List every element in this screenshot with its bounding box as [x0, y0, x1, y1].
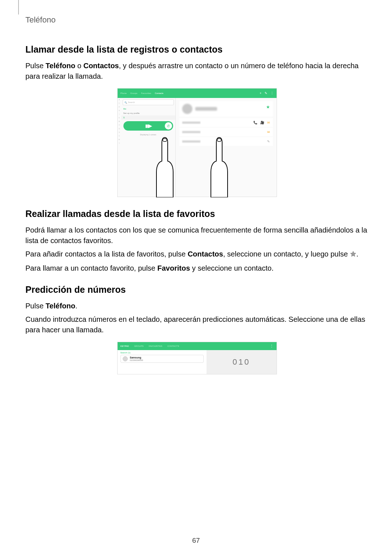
az-letter[interactable]: I: [119, 113, 119, 115]
more-icon[interactable]: ⋮: [270, 91, 274, 95]
para-pred-1: Pulse Teléfono.: [25, 301, 368, 311]
fig1-me-label: Me: [121, 107, 175, 111]
fig1-topbar: Phone Groups Favourites Contacts + ✎ ⋮: [118, 89, 277, 98]
fig2-topbar: KEYPAD GROUPS FAVOURITES CONTACTS ⋮: [118, 342, 277, 350]
text-fragment: .: [75, 302, 77, 310]
fig1-mobile-label: [182, 122, 200, 124]
bold-telefono-2: Teléfono: [46, 302, 75, 310]
fig1-displaying-count: Displaying 1 contact: [121, 132, 175, 137]
swipe-arrow-icon: ▮▮▶: [145, 123, 151, 128]
para-fav-3: Para llamar a un contacto favorito, puls…: [25, 263, 368, 274]
az-letter[interactable]: U: [119, 135, 120, 137]
text-fragment: , seleccione un contacto, y luego pulse: [223, 250, 350, 258]
fig2-tab-keypad[interactable]: KEYPAD: [121, 345, 129, 347]
az-letter[interactable]: M: [119, 120, 120, 122]
fig2-tab-groups[interactable]: GROUPS: [134, 345, 143, 347]
header-section-label: Teléfono: [25, 15, 56, 25]
fig1-tab-phone[interactable]: Phone: [121, 92, 127, 94]
az-letter[interactable]: W: [119, 139, 120, 140]
star-outline-icon: [350, 250, 356, 260]
text-fragment: Para añadir contactos a la lista de favo…: [25, 250, 188, 258]
text-fragment: Para llamar a un contacto favorito, puls…: [25, 264, 158, 272]
fig1-contact-card: [179, 101, 273, 117]
fig1-tabs: Phone Groups Favourites Contacts: [121, 92, 164, 94]
fig1-email-label: [182, 131, 200, 133]
fig1-email-actions: ✉: [267, 130, 270, 134]
bold-contactos: Contactos: [83, 62, 119, 70]
az-letter[interactable]: G: [119, 110, 120, 111]
fig1-contact-detail: ★ 📞 🎥 ✉ ✉: [176, 98, 277, 197]
fig2-result-name: Samsung: [130, 356, 143, 359]
plus-icon[interactable]: +: [260, 91, 261, 95]
text-fragment: Pulse: [25, 302, 46, 310]
az-letter[interactable]: E: [119, 106, 120, 108]
fig1-body: A C E G I K M O Q S U W Y 🔍: [118, 98, 277, 197]
edit-icon[interactable]: ✎: [267, 140, 270, 143]
para-pred-2: Cuando introduzca números en el teclado,…: [25, 314, 368, 335]
fig1-letter-header: S: [121, 115, 175, 120]
az-letter[interactable]: Y: [119, 142, 120, 144]
fig2-prediction-result[interactable]: Samsung 01000000000: [121, 355, 204, 363]
fig2-tab-favourites[interactable]: FAVOURITES: [148, 345, 162, 347]
para-call-from-logs: Pulse Teléfono o Contactos, y después ar…: [25, 61, 368, 82]
text-fragment: Pulse: [25, 62, 46, 70]
fig1-mobile-actions: 📞 🎥 ✉: [253, 121, 270, 124]
fig1-connected-actions: ✎: [267, 140, 270, 143]
header-divider: [18, 0, 19, 15]
fig1-row-mobile: 📞 🎥 ✉: [179, 118, 273, 127]
avatar: [123, 356, 128, 361]
video-call-icon[interactable]: 🎥: [260, 121, 264, 124]
fig1-connected-label: [182, 140, 200, 143]
call-knob-icon: ✆: [165, 122, 172, 130]
fig2-results-pane: Search (1) Samsung 01000000000: [118, 350, 207, 374]
search-icon: 🔍: [124, 101, 127, 104]
az-letter[interactable]: S: [119, 131, 120, 133]
az-letter[interactable]: Q: [119, 128, 120, 130]
fig1-row-email: ✉: [179, 128, 273, 136]
page-content: Llamar desde la lista de registros o con…: [25, 40, 368, 386]
para-fav-2: Para añadir contactos a la lista de favo…: [25, 249, 368, 260]
fig1-setup-profile[interactable]: Set up my profile: [121, 111, 175, 115]
fig2-search-count: Search (1): [121, 352, 204, 354]
call-icon[interactable]: 📞: [253, 121, 257, 124]
figure-contacts-swipe: Phone Groups Favourites Contacts + ✎ ⋮ A…: [117, 88, 277, 197]
fig1-row-connected: ✎: [179, 137, 273, 146]
fig1-contact-name: [195, 107, 217, 111]
para-fav-1: Podrá llamar a los contactos con los que…: [25, 225, 368, 246]
bold-contactos-2: Contactos: [188, 250, 223, 258]
az-letter[interactable]: A: [119, 99, 120, 100]
mail-icon[interactable]: ✉: [267, 130, 270, 134]
fig1-az-index[interactable]: A C E G I K M O Q S U W Y: [118, 98, 121, 197]
fig1-top-actions: + ✎ ⋮: [260, 91, 273, 95]
az-letter[interactable]: K: [119, 117, 120, 119]
text-fragment: o: [75, 62, 83, 70]
heading-favourites: Realizar llamadas desde la lista de favo…: [25, 209, 368, 219]
fig1-search-placeholder: Search: [128, 101, 135, 103]
fig2-dialed-number[interactable]: 010: [207, 350, 277, 374]
fig1-tab-groups[interactable]: Groups: [130, 92, 138, 94]
fig1-tab-contacts[interactable]: Contacts: [155, 92, 164, 94]
fig1-search-input[interactable]: 🔍 Search: [123, 99, 174, 105]
fig1-contact-list: 🔍 Search Me Set up my profile S ▮▮▶ ✆ Di…: [121, 98, 176, 197]
fig2-tab-contacts[interactable]: CONTACTS: [167, 345, 179, 347]
heading-call-from-logs: Llamar desde la lista de registros o con…: [25, 44, 368, 55]
fig2-result-number: 01000000000: [130, 359, 143, 362]
more-icon[interactable]: ⋮: [270, 344, 274, 349]
text-fragment: .: [356, 250, 359, 258]
message-icon[interactable]: ✉: [267, 121, 270, 124]
star-icon[interactable]: ★: [266, 104, 270, 110]
pencil-icon[interactable]: ✎: [265, 91, 268, 95]
text-fragment: y seleccione un contacto.: [190, 264, 274, 272]
figure-1-wrap: Phone Groups Favourites Contacts + ✎ ⋮ A…: [25, 88, 368, 197]
fig2-body: Search (1) Samsung 01000000000 010: [118, 350, 277, 374]
figure-2-wrap: KEYPAD GROUPS FAVOURITES CONTACTS ⋮ Sear…: [25, 342, 368, 374]
bold-favoritos: Favoritos: [158, 264, 190, 272]
fig1-swipe-indicator[interactable]: ▮▮▶ ✆: [123, 121, 173, 131]
page-number: 67: [0, 537, 392, 545]
figure-number-prediction: KEYPAD GROUPS FAVOURITES CONTACTS ⋮ Sear…: [117, 342, 277, 374]
fig1-tab-favourites[interactable]: Favourites: [141, 92, 151, 94]
az-letter[interactable]: O: [119, 124, 120, 126]
az-letter[interactable]: C: [119, 102, 120, 104]
fig2-tabs: KEYPAD GROUPS FAVOURITES CONTACTS: [121, 345, 179, 347]
heading-number-prediction: Predicción de números: [25, 284, 368, 295]
